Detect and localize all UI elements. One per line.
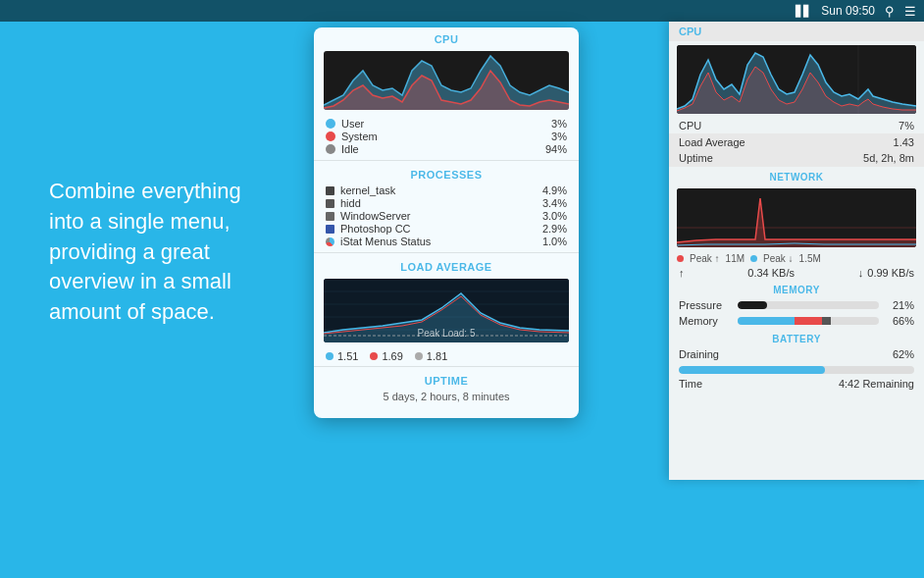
rp-load-avg-value: 1.43 bbox=[894, 136, 914, 148]
cpu-section-title: CPU bbox=[314, 27, 579, 47]
user-dot bbox=[326, 119, 335, 129]
uptime-value: 5 days, 2 hours, 8 minutes bbox=[314, 389, 579, 406]
rp-battery-bar-bg bbox=[679, 366, 914, 374]
rp-memory-label: Memory bbox=[679, 315, 730, 327]
rp-net-peak-down-label: Peak ↓ bbox=[763, 253, 794, 264]
cpu-legend: User 3% System 3% Idle 94% bbox=[314, 114, 579, 158]
rp-net-down-value: 0.99 KB/s bbox=[867, 267, 914, 279]
load-legend-3: 1.81 bbox=[415, 350, 447, 362]
rp-pressure-bar-fill bbox=[738, 301, 767, 309]
rp-uptime-value: 5d, 2h, 8m bbox=[863, 152, 914, 164]
rp-battery-bar-container bbox=[669, 362, 924, 376]
rp-net-peak-down-value: 1.5M bbox=[799, 253, 821, 264]
peak-label: Peak Load: 5 bbox=[418, 328, 476, 339]
rp-mem-seg-red bbox=[795, 317, 823, 325]
rp-draining-label: Draining bbox=[679, 348, 719, 360]
load-dot-gray bbox=[415, 352, 423, 360]
process-item: kernel_task 4.9% bbox=[326, 184, 567, 196]
process-dot bbox=[326, 225, 334, 234]
rp-network-title: NETWORK bbox=[669, 167, 924, 184]
menu-icon[interactable]: ☰ bbox=[904, 4, 916, 19]
load-legend-2: 1.69 bbox=[370, 350, 402, 362]
rp-cpu-title: CPU bbox=[679, 26, 701, 37]
rp-mem-seg-dark bbox=[822, 317, 831, 325]
rp-net-peak-down-dot bbox=[750, 255, 757, 262]
load-dot-red bbox=[370, 352, 378, 360]
process-item: hidd 3.4% bbox=[326, 197, 567, 209]
rp-net-peak-up-value: 11M bbox=[726, 253, 744, 264]
processes-list: kernel_task 4.9% hidd 3.4% WindowServer … bbox=[314, 183, 579, 250]
load-chart: Peak Load: 5 bbox=[324, 279, 569, 342]
rp-pressure-label: Pressure bbox=[679, 299, 730, 311]
rp-cpu-label: CPU bbox=[679, 120, 701, 131]
process-dot bbox=[326, 199, 334, 208]
rp-draining-row: Draining 62% bbox=[669, 346, 924, 362]
menu-bar: ▋▋ Sun 09:50 ⚲ ☰ bbox=[0, 0, 924, 22]
rp-pressure-value: 21% bbox=[887, 299, 914, 311]
wifi-icon: ▋▋ bbox=[796, 5, 811, 18]
rp-time-value: 4:42 Remaining bbox=[839, 378, 914, 390]
rp-battery-title: BATTERY bbox=[669, 329, 924, 346]
clock: Sun 09:50 bbox=[821, 4, 875, 18]
process-item: Photoshop CC 2.9% bbox=[326, 223, 567, 235]
rp-load-avg-row: Load Average 1.43 bbox=[669, 134, 924, 150]
load-legend-1: 1.51 bbox=[326, 350, 358, 362]
process-dot bbox=[326, 186, 334, 195]
rp-pressure-bar-bg bbox=[738, 301, 879, 309]
rp-load-avg-label: Load Average bbox=[679, 136, 745, 148]
rp-uptime-label: Uptime bbox=[679, 152, 713, 164]
legend-idle: Idle 94% bbox=[326, 143, 567, 155]
process-item-istat: iStat Menus Status 1.0% bbox=[326, 236, 567, 247]
rp-draining-value: 62% bbox=[893, 348, 914, 360]
rp-cpu-percent-row: CPU 7% bbox=[669, 118, 924, 133]
rp-network-chart bbox=[677, 188, 916, 247]
load-dot-cyan bbox=[326, 352, 334, 360]
svg-rect-13 bbox=[677, 188, 916, 247]
rp-cpu-header: CPU bbox=[669, 22, 924, 41]
process-item: WindowServer 3.0% bbox=[326, 210, 567, 222]
istat-icon bbox=[326, 237, 334, 246]
rp-net-peak-up-label: Peak ↑ bbox=[690, 253, 720, 264]
rp-memory-bar-segments bbox=[738, 317, 879, 325]
rp-mem-seg-cyan bbox=[738, 317, 795, 325]
rp-uptime-row: Uptime 5d, 2h, 8m bbox=[669, 150, 924, 166]
rp-memory-title: MEMORY bbox=[669, 280, 924, 297]
rp-cpu-chart bbox=[677, 45, 916, 114]
legend-system: System 3% bbox=[326, 131, 567, 142]
rp-net-peak-up-dot bbox=[677, 255, 684, 262]
load-section-title: LOAD AVERAGE bbox=[314, 255, 579, 275]
rp-battery-bar-fill bbox=[679, 366, 825, 374]
rp-time-row: Time 4:42 Remaining bbox=[669, 376, 924, 392]
cpu-chart bbox=[324, 51, 569, 110]
marketing-text: Combine everything into a single menu, p… bbox=[49, 177, 265, 328]
rp-load-section: Load Average 1.43 Uptime 5d, 2h, 8m bbox=[669, 133, 924, 167]
rp-memory-bar-bg bbox=[738, 317, 879, 325]
load-legend: 1.51 1.69 1.81 bbox=[314, 346, 579, 364]
processes-section-title: PROCESSES bbox=[314, 163, 579, 183]
search-icon[interactable]: ⚲ bbox=[885, 4, 895, 19]
rp-pressure-row: Pressure 21% bbox=[669, 297, 924, 313]
rp-time-label: Time bbox=[679, 378, 702, 390]
rp-memory-row: Memory 66% bbox=[669, 313, 924, 329]
right-panel: CPU CPU 7% Load Average 1.43 Uptime 5d, … bbox=[669, 22, 924, 480]
main-widget-card: CPU User 3% System 3% Idle 94% bbox=[314, 27, 579, 418]
rp-net-up-row: ↑ 0.34 KB/s ↓ 0.99 KB/s bbox=[669, 266, 924, 280]
rp-net-up-value: 0.34 KB/s bbox=[685, 267, 858, 279]
process-dot bbox=[326, 212, 334, 221]
uptime-section-title: UPTIME bbox=[314, 369, 579, 389]
legend-user: User 3% bbox=[326, 118, 567, 130]
rp-cpu-value: 7% bbox=[898, 120, 914, 131]
idle-dot bbox=[326, 144, 335, 154]
system-dot bbox=[326, 131, 335, 141]
rp-net-down-icon: ↓ bbox=[858, 267, 864, 279]
rp-network-legend: Peak ↑ 11M Peak ↓ 1.5M bbox=[669, 251, 924, 266]
rp-memory-value: 66% bbox=[887, 315, 914, 327]
